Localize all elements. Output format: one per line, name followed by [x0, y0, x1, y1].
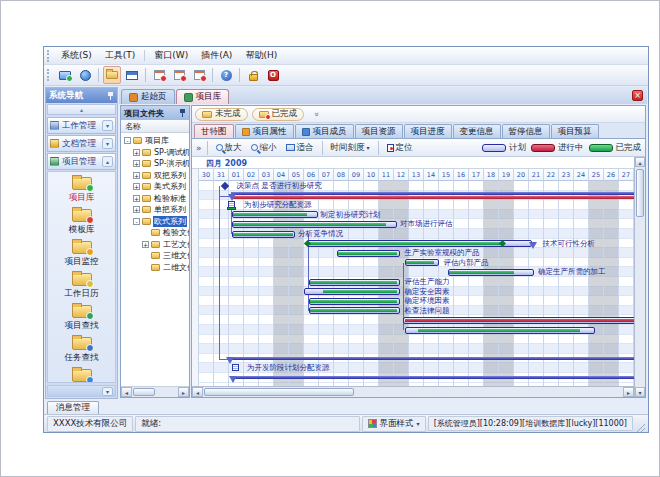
- sidebar-item-project-library[interactable]: 项目库: [48, 175, 115, 207]
- task-doc-icon[interactable]: [232, 364, 239, 371]
- project-open-button[interactable]: [170, 66, 188, 84]
- help-button[interactable]: [217, 66, 235, 84]
- sidebar-group-project-manage[interactable]: 项目管理▴: [47, 153, 116, 170]
- ui-style-selector[interactable]: 界面样式 ▾: [362, 416, 426, 432]
- pin-icon[interactable]: [179, 109, 186, 117]
- tree-expander-icon[interactable]: -: [133, 218, 140, 225]
- chevron-down-icon[interactable]: ▾: [102, 120, 113, 131]
- menu-item[interactable]: 插件(A): [195, 47, 238, 64]
- time-scale-button[interactable]: 时间刻度▾: [328, 141, 373, 155]
- filter-finished-button[interactable]: 已完成: [252, 108, 305, 121]
- scroll-left-icon[interactable]: ◂: [192, 387, 203, 397]
- task-bar[interactable]: [309, 307, 401, 314]
- sidebar-collapse-button[interactable]: ▴: [47, 104, 116, 115]
- sidebar-item-template-library[interactable]: 模板库: [48, 207, 115, 239]
- toolbar-overflow-icon[interactable]: »: [196, 143, 202, 153]
- scroll-left-icon[interactable]: ◂: [121, 387, 132, 397]
- tab-message-manage[interactable]: 消息管理: [47, 401, 99, 414]
- tree-node-sp-demo-series[interactable]: +SP-演示机系: [123, 158, 189, 170]
- horizontal-scrollbar[interactable]: ◂ ▸: [192, 386, 634, 397]
- tree-node-inspection-files[interactable]: 检验文件: [123, 227, 189, 239]
- sidebar-item-project-monitor[interactable]: 项目监控: [48, 239, 115, 271]
- tab-progress[interactable]: 项目进度: [404, 124, 452, 138]
- scrollbar-thumb[interactable]: [636, 169, 644, 217]
- tab-pauses[interactable]: 暂停信息: [502, 124, 550, 138]
- tree-node-2d-files[interactable]: 二维文件: [123, 262, 189, 274]
- tab-budget[interactable]: 项目预算: [551, 124, 599, 138]
- menu-item[interactable]: 工具(T): [99, 47, 142, 64]
- sidebar-item-work-calendar[interactable]: 工作日历: [48, 271, 115, 303]
- task-bar[interactable]: [309, 279, 401, 286]
- summary-bar[interactable]: [229, 357, 634, 360]
- scroll-right-icon[interactable]: ▸: [178, 387, 189, 397]
- project-delete-button[interactable]: [190, 66, 208, 84]
- tab-properties[interactable]: 项目属性: [235, 124, 294, 138]
- menu-item[interactable]: 窗口(W): [148, 47, 194, 64]
- menu-item[interactable]: 系统(S): [55, 47, 98, 64]
- tree-node-american-series[interactable]: +美式系列: [123, 181, 189, 193]
- tree-expander-icon[interactable]: +: [133, 183, 140, 190]
- tree-node-3d-files[interactable]: 三维文件: [123, 250, 189, 262]
- tab-gantt[interactable]: 甘特图: [194, 124, 234, 138]
- tree-scrollbar[interactable]: ◂ ▸: [121, 386, 189, 397]
- sidebar-item-project-doc-search[interactable]: 项目文档查找: [48, 367, 115, 383]
- exit-button[interactable]: [264, 66, 282, 84]
- task-bar[interactable]: [232, 231, 295, 238]
- tree-expander-icon[interactable]: +: [133, 172, 140, 179]
- sidebar-group-doc-manage[interactable]: 文档管理▾: [47, 135, 116, 152]
- task-bar[interactable]: [405, 327, 596, 334]
- layout-window-button[interactable]: [123, 66, 141, 84]
- tree-expander-icon[interactable]: +: [133, 149, 140, 156]
- chevron-up-icon[interactable]: ▴: [102, 156, 113, 167]
- task-bar[interactable]: [405, 259, 440, 266]
- sidebar-item-task-search[interactable]: 任务查找: [48, 335, 115, 367]
- zoom-in-button[interactable]: 放大: [213, 141, 245, 155]
- locate-button[interactable]: 定位: [384, 141, 416, 155]
- summary-bar[interactable]: [232, 376, 634, 379]
- tree-node-european-series[interactable]: -欧式系列: [123, 216, 189, 228]
- sidebar-overflow[interactable]: ▾: [47, 385, 116, 397]
- globe-button[interactable]: [76, 66, 94, 84]
- scroll-right-icon[interactable]: ▸: [623, 387, 634, 397]
- chevron-down-icon[interactable]: ▾: [102, 138, 113, 149]
- tab-changes[interactable]: 变更信息: [453, 124, 501, 138]
- sidebar-item-project-search[interactable]: 项目查找: [48, 303, 115, 335]
- tab-members[interactable]: 项目成员: [295, 124, 354, 138]
- tree-node-process-files[interactable]: +工艺文件: [123, 239, 189, 251]
- fit-button[interactable]: 适合: [283, 141, 317, 155]
- task-bar[interactable]: [337, 250, 400, 257]
- tree-node-project-library-root[interactable]: -项目库: [123, 135, 189, 147]
- zoom-out-button[interactable]: 缩小: [248, 141, 280, 155]
- pin-icon[interactable]: [107, 92, 114, 100]
- task-bar[interactable]: [403, 317, 634, 324]
- tree-node-single-handle-series[interactable]: +单把系列: [123, 204, 189, 216]
- tree-expander-icon[interactable]: +: [133, 195, 140, 202]
- filter-unfinished-button[interactable]: 未完成: [195, 108, 248, 121]
- tree-expander-icon[interactable]: -: [124, 137, 131, 144]
- tree-expander-icon[interactable]: +: [133, 206, 140, 213]
- task-bar[interactable]: [448, 269, 534, 276]
- folder-window-button[interactable]: [103, 66, 121, 84]
- task-bar[interactable]: [304, 288, 400, 295]
- tree-node-double-handle-series[interactable]: +双把系列: [123, 170, 189, 182]
- vertical-scrollbar[interactable]: ▴ ▾: [634, 157, 645, 397]
- tree-column-header[interactable]: 名称: [121, 120, 189, 133]
- milestone-diamond[interactable]: [220, 181, 228, 189]
- tree-expander-icon[interactable]: +: [133, 160, 140, 167]
- task-bar[interactable]: [232, 221, 397, 228]
- scroll-down-icon[interactable]: ▾: [635, 387, 645, 397]
- tree-node-inspection-standard[interactable]: +检验标准: [123, 193, 189, 205]
- lock-button[interactable]: [244, 66, 262, 84]
- close-icon[interactable]: ×: [632, 90, 643, 101]
- task-bar[interactable]: [232, 211, 318, 218]
- scroll-up-icon[interactable]: ▴: [635, 157, 645, 167]
- scrollbar-thumb[interactable]: [204, 388, 354, 396]
- project-new-button[interactable]: [150, 66, 168, 84]
- tab-resources[interactable]: 项目资源: [355, 124, 403, 138]
- doctab-project-library[interactable]: 项目库: [176, 89, 230, 104]
- doctab-start-page[interactable]: 起始页: [121, 89, 175, 104]
- tree-expander-icon[interactable]: +: [142, 241, 149, 248]
- task-bar[interactable]: [309, 298, 401, 305]
- filter-overflow-button[interactable]: »: [308, 108, 324, 121]
- scrollbar-thumb[interactable]: [133, 388, 155, 396]
